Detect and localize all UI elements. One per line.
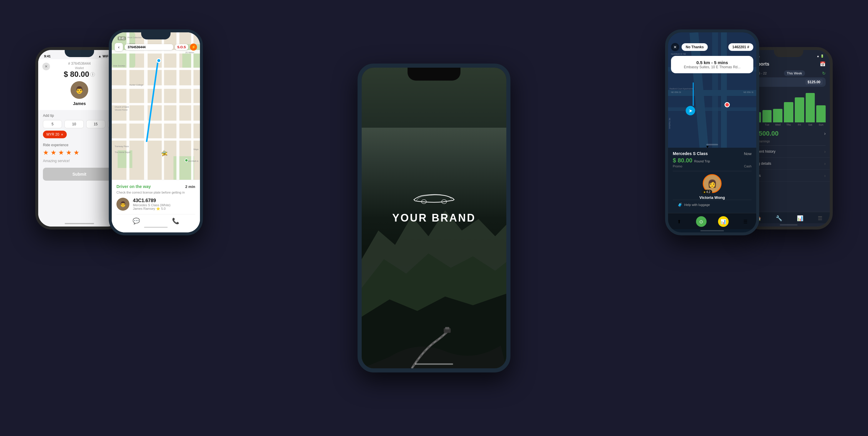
driver-bottom-panel: Mercedes S Class Now $ 80.00 Round Trip … xyxy=(668,148,756,213)
bar-group-sat: Sat xyxy=(806,93,815,126)
nav-icon-4[interactable]: ☰ xyxy=(818,215,823,222)
luggage-option[interactable]: 🧳 Help with luggage xyxy=(673,200,751,209)
nav-arrow[interactable]: ➤ xyxy=(686,106,695,115)
hash-icon: # xyxy=(747,45,749,49)
nav-icon-2[interactable]: 🔧 xyxy=(776,215,782,222)
map-area: 🚖 Frick Collection Laduree JG Melon Asia… xyxy=(112,32,200,180)
signal-icon-5: ▲ xyxy=(816,54,819,58)
refresh-icon[interactable]: ↻ xyxy=(822,71,826,76)
calendar-icon[interactable]: 📅 xyxy=(820,61,826,67)
bar-group-fri: Fri xyxy=(795,97,804,126)
promo-badge[interactable]: MYR 20 ✕ xyxy=(43,130,67,138)
trip-type: Round Trip xyxy=(694,159,710,163)
driver-name-4: Victoria Wong xyxy=(700,195,725,200)
earnings-chart: MonTueWedThuFriSatSun xyxy=(747,89,830,127)
brand-text: YOUR BRAND xyxy=(392,212,476,224)
nav-icon-3[interactable]: 📊 xyxy=(797,215,803,222)
booking-details-item[interactable]: oking details › xyxy=(747,158,830,170)
map-label-3: JG Melon xyxy=(185,52,194,54)
map-label-5: Hunter College xyxy=(129,84,143,86)
price-display: $ 80.00 xyxy=(673,157,692,164)
bar-thu xyxy=(784,102,793,122)
promo-remove[interactable]: ✕ xyxy=(61,133,63,136)
submit-button[interactable]: Submit xyxy=(43,168,116,181)
notch-phone3 xyxy=(407,68,461,81)
tip-15[interactable]: 15 xyxy=(86,120,105,128)
avatar-container: 👩 ★ 4.2 xyxy=(703,174,721,193)
no-thanks-button[interactable]: No Thanks xyxy=(682,43,708,51)
bar-sat xyxy=(806,93,815,122)
luggage-icon: 🧳 xyxy=(678,202,682,207)
home-indicator-5 xyxy=(780,225,798,225)
bottom-nav-4: ⬆ ⊙ 📊 ☰ xyxy=(668,213,756,229)
receipts-item[interactable]: ceipts › xyxy=(747,170,830,182)
map-label-11: Maya xyxy=(193,148,198,150)
driver-profile: 👩 ★ 4.2 Victoria Wong xyxy=(673,171,751,200)
action-buttons: 💬 📞 xyxy=(117,214,195,225)
car-logo xyxy=(392,188,476,207)
map-label-9: The Home Depot xyxy=(115,151,130,153)
expand-handle[interactable]: ▾ xyxy=(706,144,718,145)
bar-tue xyxy=(763,110,772,122)
sos-button[interactable]: S.O.S xyxy=(175,44,188,50)
message-button[interactable]: 💬 xyxy=(133,217,140,225)
settlement-history-item[interactable]: ttlement history › xyxy=(747,146,830,158)
promo-label: Promo xyxy=(673,165,682,168)
car-type: Mercedes S Class xyxy=(673,151,708,156)
bottom-nav-5: 🏠 🔧 📊 ☰ xyxy=(747,212,830,223)
svg-rect-1 xyxy=(445,327,449,329)
call-button[interactable]: 📞 xyxy=(172,217,179,225)
map-label-p4-5: Radford Court Apartments xyxy=(670,88,693,90)
nav-header: ✕ No Thanks 1462201 # xyxy=(671,43,753,51)
info-icon[interactable]: i xyxy=(90,72,95,77)
nav-close-button[interactable]: ✕ xyxy=(671,43,679,51)
driver-avatar: 👨 xyxy=(70,81,88,99)
distance-display: 0.5 km - 5 mins xyxy=(676,60,749,65)
wallet-label: Wallet xyxy=(43,66,116,70)
map-label-8: Tramway Plaza xyxy=(115,145,129,147)
badge-value: $125.00 xyxy=(805,79,823,85)
nav-chart-button[interactable]: 📊 xyxy=(718,216,728,227)
close-button[interactable]: ✕ xyxy=(42,63,50,70)
day-label-wed: Wed xyxy=(775,123,780,126)
bar-group-wed: Wed xyxy=(773,109,782,126)
driver-status: Driver on the way xyxy=(117,184,151,189)
ride-experience-label: Ride experience xyxy=(38,142,121,148)
tip-options: 5 10 15 ••• xyxy=(43,120,116,128)
nav-menu-button[interactable]: ☰ xyxy=(740,216,751,227)
address-display: Embassy Suites, 10 E Thomas Rd... xyxy=(676,65,749,69)
reports-header: Reports 📅 xyxy=(747,59,830,69)
star-4[interactable]: ★ xyxy=(66,149,72,156)
eta-display: 2 min xyxy=(185,184,195,189)
map-label-p4-1: NE 65th St xyxy=(671,91,681,93)
back-button[interactable]: ‹ xyxy=(115,43,123,51)
comment-field[interactable]: Amazing service! xyxy=(38,159,121,163)
star-1[interactable]: ★ xyxy=(43,149,49,156)
tip-5[interactable]: 5 xyxy=(43,120,62,128)
booking-badge: 1462201 # xyxy=(728,43,753,51)
payment-method: Cash xyxy=(744,165,751,168)
bar-wed xyxy=(773,109,782,122)
total-earnings-row: $1500.00 › xyxy=(747,127,830,140)
star-rating[interactable]: ★ ★ ★ ★ ★ xyxy=(38,148,121,159)
tip-10[interactable]: 10 xyxy=(64,120,84,128)
tip-label: Add tip xyxy=(43,114,116,118)
alert-icon[interactable]: ⚡ xyxy=(190,43,197,51)
map-label-4: Asia Society• xyxy=(113,65,125,67)
period-button[interactable]: This Week xyxy=(784,70,805,76)
driver-map: NE 65th St NE 65th St Northfield Dr NE ➤… xyxy=(668,32,756,148)
phone-brand: YOUR BRAND xyxy=(358,63,510,373)
nav-steering-button[interactable]: ⊙ xyxy=(696,216,707,227)
star-5[interactable]: ★ xyxy=(73,149,80,156)
day-label-fri: Fri xyxy=(798,123,801,126)
car-model: Mercedes S Class (White) xyxy=(133,203,170,207)
arrow-icon: ▲ xyxy=(191,37,194,40)
total-label: Total earnings xyxy=(747,140,830,145)
time-phone1: 9:41 xyxy=(44,54,51,58)
wifi-icon: WiFi xyxy=(103,54,110,58)
destination-card: 0.5 km - 5 mins Embassy Suites, 10 E Tho… xyxy=(671,56,753,73)
star-3[interactable]: ★ xyxy=(58,149,64,156)
star-2[interactable]: ★ xyxy=(51,149,57,156)
day-label-tue: Tue xyxy=(765,123,769,126)
nav-up-button[interactable]: ⬆ xyxy=(674,216,684,227)
